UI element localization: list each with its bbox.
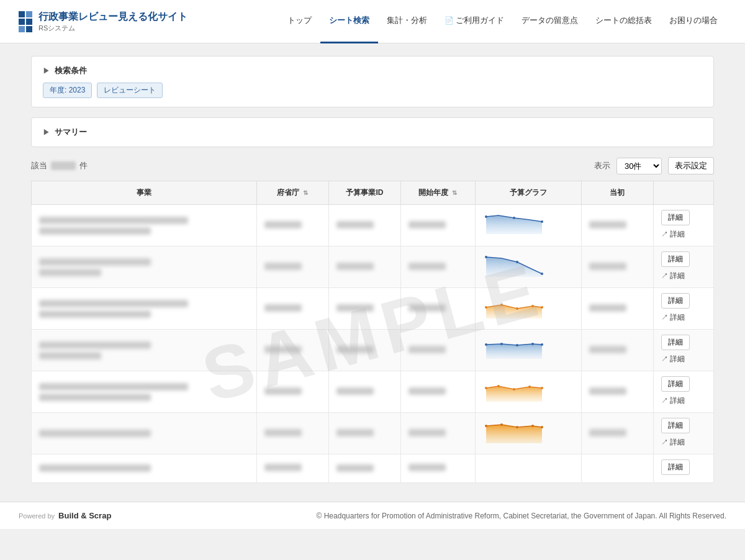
external-link-icon-6: ↗ (661, 438, 668, 447)
search-conditions-box: ▶ 検索条件 年度: 2023 レビューシート (31, 56, 714, 107)
external-link-icon-4: ↗ (661, 355, 668, 364)
cell-start-year-2: 年度 (401, 246, 475, 288)
cell-ministry-7: 省庁 (256, 454, 328, 483)
detail-link-button-5[interactable]: ↗詳細 (661, 394, 685, 407)
cell-initial-7 (581, 454, 653, 483)
result-number-blurred (51, 161, 76, 170)
svg-point-18 (513, 388, 515, 391)
detail-button-3[interactable]: 詳細 (661, 293, 690, 309)
table-controls: 該当 件 表示 30件 50件 100件 表示設定 (31, 157, 714, 174)
detail-link-button-6[interactable]: ↗詳細 (661, 436, 685, 449)
cell-initial-3: — (581, 288, 653, 330)
summary-header[interactable]: ▶ サマリー (43, 127, 702, 138)
tag-year[interactable]: 年度: 2023 (43, 83, 92, 98)
nav-help[interactable]: お困りの場合 (661, 0, 726, 43)
detail-button-4[interactable]: 詳細 (661, 335, 690, 350)
detail-button-5[interactable]: 詳細 (661, 376, 690, 392)
cell-initial-6: — (581, 413, 653, 454)
detail-link-button-1[interactable]: ↗詳細 (661, 228, 685, 241)
logo-sq6 (26, 26, 32, 32)
cell-budget-id-1: ID (328, 205, 400, 246)
site-sub: RSシステム (38, 24, 187, 33)
nav-top[interactable]: トップ (279, 0, 320, 43)
nav-analysis[interactable]: 集計・分析 (378, 0, 436, 43)
svg-point-16 (485, 387, 487, 389)
chevron-icon: ▶ (43, 66, 50, 76)
external-link-icon: ↗ (661, 230, 668, 239)
doc-icon: 📄 (445, 16, 454, 25)
detail-link-button-3[interactable]: ↗詳細 (661, 311, 685, 324)
svg-point-22 (500, 423, 503, 426)
cell-budget-id-3: ID (328, 288, 400, 330)
svg-point-21 (485, 425, 487, 427)
site-footer: Powered by Build & Scrap © Headquarters … (0, 502, 745, 529)
cell-start-year-7: 年度 (401, 454, 475, 483)
nav-guide[interactable]: 📄ご利用ガイド (436, 0, 513, 43)
logo-sq1 (19, 11, 25, 17)
search-conditions-label: 検索条件 (55, 65, 87, 76)
summary-box: ▶ サマリー (31, 117, 714, 147)
cell-initial-4: — (581, 330, 653, 371)
logo-sq5 (19, 26, 25, 32)
display-count-select[interactable]: 30件 50件 100件 (616, 158, 662, 174)
result-unit: 件 (79, 160, 88, 171)
svg-point-24 (531, 425, 534, 427)
col-ministry[interactable]: 府省庁 ⇅ (256, 181, 328, 205)
result-count: 該当 件 (31, 160, 88, 171)
site-title: 行政事業レビュー見える化サイト (38, 11, 187, 24)
detail-link-button-2[interactable]: ↗詳細 (661, 269, 685, 282)
cell-graph-7 (475, 454, 581, 483)
cell-graph-4 (475, 330, 581, 371)
svg-point-8 (516, 307, 518, 310)
nav-data-notes[interactable]: データの留意点 (513, 0, 587, 43)
detail-button-2[interactable]: 詳細 (661, 251, 690, 267)
cell-actions-2: 詳細 ↗詳細 (653, 246, 713, 288)
cell-start-year-6: 年度 (401, 413, 475, 454)
external-link-icon-2: ↗ (661, 271, 668, 281)
col-budget-id: 予算事業ID (328, 181, 400, 205)
svg-point-1 (513, 217, 515, 219)
cell-graph-3 (475, 288, 581, 330)
detail-link-button-4[interactable]: ↗詳細 (661, 353, 685, 366)
nav-summary-table[interactable]: シートの総括表 (587, 0, 661, 43)
footer-brand: Build & Scrap (58, 511, 111, 520)
cell-ministry-5: 省庁 (256, 371, 328, 413)
table-row: blurred row six 省庁 ID 年度 (32, 413, 714, 454)
display-label: 表示 (594, 160, 610, 171)
display-settings-button[interactable]: 表示設定 (668, 157, 714, 174)
detail-button-6[interactable]: 詳細 (661, 418, 690, 433)
cell-start-year-3: 年度 (401, 288, 475, 330)
cell-jigyou-2: blurred text secondary (32, 246, 257, 288)
svg-point-7 (500, 304, 503, 306)
results-table: 事業 府省庁 ⇅ 予算事業ID 開始年度 ⇅ 予算グラフ 当初 blurred … (31, 181, 714, 483)
cell-actions-5: 詳細 ↗詳細 (653, 371, 713, 413)
detail-button-7[interactable]: 詳細 (661, 459, 690, 475)
cell-actions-4: 詳細 ↗詳細 (653, 330, 713, 371)
svg-point-6 (485, 306, 487, 309)
tag-sheet-type[interactable]: レビューシート (97, 83, 163, 98)
logo-sq2 (26, 11, 32, 17)
table-header: 事業 府省庁 ⇅ 予算事業ID 開始年度 ⇅ 予算グラフ 当初 (32, 181, 714, 205)
nav-sheet-search[interactable]: シート検索 (320, 0, 378, 43)
detail-button-1[interactable]: 詳細 (661, 210, 690, 225)
col-actions (653, 181, 713, 205)
cell-graph-1 (475, 205, 581, 246)
svg-point-20 (541, 387, 543, 389)
svg-point-19 (528, 386, 531, 388)
cell-actions-1: 詳細 ↗詳細 (653, 205, 713, 246)
svg-point-2 (541, 220, 543, 223)
cell-start-year-4: 年度 (401, 330, 475, 371)
cell-ministry-6: 省庁 (256, 413, 328, 454)
result-label: 該当 (31, 160, 47, 171)
search-conditions-header[interactable]: ▶ 検索条件 (43, 65, 702, 76)
col-start-year[interactable]: 開始年度 ⇅ (401, 181, 475, 205)
logo-text: 行政事業レビュー見える化サイト RSシステム (38, 11, 187, 33)
svg-point-12 (500, 343, 503, 345)
table-row: blurred text secondary 省庁 ID 年度 (32, 246, 714, 288)
table-row: blurred text content here blurred second… (32, 205, 714, 246)
table-row: blurred text here secondary blurred 省庁 I… (32, 288, 714, 330)
svg-point-0 (485, 215, 487, 218)
table-row: blurred content more text 省庁 ID 年度 (32, 330, 714, 371)
logo-sq3 (19, 19, 25, 25)
cell-start-year-1: 年度 (401, 205, 475, 246)
